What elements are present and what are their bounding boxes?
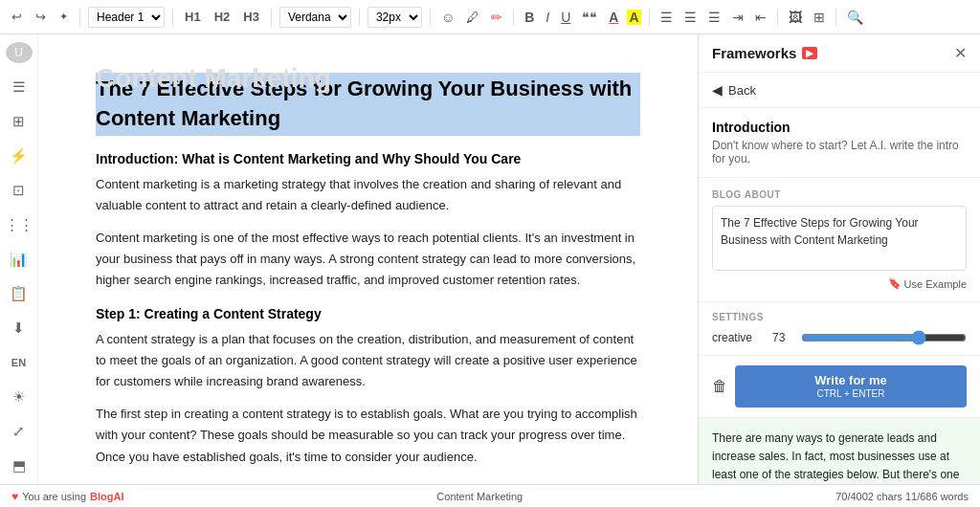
statusbar-right: 70/4002 chars 11/686 words <box>835 491 969 502</box>
back-label: Back <box>728 83 756 98</box>
panel-title-text: Frameworks <box>712 45 796 61</box>
font-select[interactable]: Verdana <box>279 7 351 28</box>
doc-para1: Content marketing is a marketing strateg… <box>96 174 640 216</box>
panel-body: ◀ Back Introduction Don't know where to … <box>699 73 980 484</box>
ai-icon: ✦ <box>59 11 68 23</box>
trash-button[interactable]: 🗑 <box>712 378 727 395</box>
document-area: Content Marketing The 7 Effective Steps … <box>38 34 698 484</box>
sidebar-lang-icon[interactable]: EN <box>6 352 33 373</box>
use-example-button[interactable]: 🔖 Use Example <box>888 277 967 290</box>
size-select[interactable]: 32px <box>368 7 422 28</box>
avatar[interactable]: U <box>6 42 33 63</box>
generated-card-1: There are many ways to generate leads an… <box>699 418 980 484</box>
quote-icon[interactable]: ❝❝ <box>579 8 600 27</box>
sidebar-download-icon[interactable]: ⬇ <box>6 318 33 339</box>
creative-label: creative <box>712 331 765 344</box>
gen-card-1-text: There are many ways to generate leads an… <box>712 430 967 484</box>
left-sidebar: U ☰ ⊞ ⚡ ⊡ ⋮⋮ 📊 📋 ⬇ EN ☀ ⤢ ⬒ <box>0 34 38 484</box>
write-for-me-button[interactable]: Write for me CTRL + ENTER <box>735 365 967 408</box>
statusbar-center: Content Marketing <box>436 491 523 502</box>
creative-row: creative 73 <box>712 330 967 345</box>
list-ol-icon[interactable]: ☰ <box>657 8 676 27</box>
indent-icon[interactable]: ⇥ <box>729 8 746 27</box>
doc-para3: A content strategy is a plan that focuse… <box>96 329 640 392</box>
sep3 <box>271 9 272 26</box>
sep9 <box>835 9 836 26</box>
outdent-icon[interactable]: ⇤ <box>752 8 769 27</box>
italic-icon[interactable]: I <box>543 8 552 27</box>
doc-para4: The first step in creating a content str… <box>96 404 640 467</box>
sep4 <box>359 9 360 26</box>
heart-icon: ♥ <box>11 490 18 503</box>
blog-about-textarea[interactable] <box>712 206 967 271</box>
search-icon[interactable]: 🔍 <box>844 8 866 27</box>
sidebar-doc-icon[interactable]: 📋 <box>6 283 33 304</box>
sep2 <box>172 9 173 26</box>
using-text: You are using <box>22 491 86 502</box>
sidebar-expand-icon[interactable]: ⤢ <box>6 421 33 442</box>
doc-watermark: Content Marketing <box>96 63 331 94</box>
undo-button[interactable]: ↩ <box>8 8 26 26</box>
h3-button[interactable]: H3 <box>239 8 263 26</box>
table-icon[interactable]: ⊞ <box>811 8 828 27</box>
sep7 <box>649 9 650 26</box>
section-desc: Don't know where to start? Let A.I. writ… <box>712 139 967 165</box>
sep6 <box>513 9 514 26</box>
image-icon[interactable]: 🖼 <box>786 8 805 27</box>
blog-about-box: BLOG ABOUT 🔖 Use Example <box>699 178 980 302</box>
blogai-brand[interactable]: BlogAI <box>90 491 123 502</box>
bookmark-icon: 🔖 <box>888 277 902 290</box>
creative-slider[interactable] <box>801 330 967 345</box>
back-arrow-icon: ◀ <box>712 82 723 98</box>
style-select[interactable]: Header 1 <box>88 7 165 28</box>
redo-button[interactable]: ↪ <box>32 8 50 26</box>
panel-close-button[interactable]: ✕ <box>954 44 967 62</box>
sidebar-chart-icon[interactable]: 📊 <box>6 249 33 270</box>
emoji-icon[interactable]: ☺ <box>438 8 457 27</box>
sidebar-lightning-icon[interactable]: ⚡ <box>6 145 33 166</box>
statusbar-left: ♥ You are using BlogAI <box>11 490 123 503</box>
main-area: U ☰ ⊞ ⚡ ⊡ ⋮⋮ 📊 📋 ⬇ EN ☀ ⤢ ⬒ Content Mark… <box>0 34 980 484</box>
sidebar-layout-icon[interactable]: ⬒ <box>6 455 33 476</box>
sidebar-layers-icon[interactable]: ⊡ <box>6 180 33 201</box>
sidebar-grid-icon[interactable]: ⊞ <box>6 111 33 132</box>
list-ul-icon[interactable]: ☰ <box>681 8 700 27</box>
sep1 <box>79 9 80 26</box>
panel-header: Frameworks ▶ ✕ <box>699 34 980 73</box>
right-panel: Frameworks ▶ ✕ ◀ Back Introduction Don't… <box>698 34 980 484</box>
settings-section: SETTINGS creative 73 <box>699 302 980 356</box>
sidebar-menu-icon[interactable]: ☰ <box>6 77 33 98</box>
h1-button[interactable]: H1 <box>181 8 205 26</box>
ai-button[interactable]: ✦ <box>56 9 72 25</box>
write-btn-shortcut: CTRL + ENTER <box>745 388 957 400</box>
panel-title: Frameworks ▶ <box>712 45 817 61</box>
write-row: 🗑 Write for me CTRL + ENTER <box>699 356 980 418</box>
h2-button[interactable]: H2 <box>211 8 234 26</box>
underline-icon[interactable]: U <box>558 8 573 27</box>
panel-title-icon: ▶ <box>802 47 817 59</box>
format-icon[interactable]: 🖊 <box>463 8 482 27</box>
sep5 <box>430 9 431 26</box>
toolbar: ↩ ↪ ✦ Header 1 H1 H2 H3 Verdana 32px ☺ 🖊… <box>0 0 980 34</box>
bold-icon[interactable]: B <box>522 8 537 27</box>
introduction-section: Introduction Don't know where to start? … <box>699 108 980 178</box>
panel-back-button[interactable]: ◀ Back <box>699 73 980 108</box>
font-color-icon[interactable]: A <box>606 8 621 27</box>
use-example-row: 🔖 Use Example <box>712 277 967 290</box>
statusbar: ♥ You are using BlogAI Content Marketing… <box>0 484 980 507</box>
doc-subheading1[interactable]: Introduction: What is Content Marketing … <box>96 151 640 166</box>
doc-para2: Content marketing is one of the most eff… <box>96 228 640 291</box>
blog-about-label: BLOG ABOUT <box>712 189 967 200</box>
section-title: Introduction <box>712 120 967 135</box>
pen-icon[interactable]: ✏ <box>488 8 505 27</box>
sidebar-dots-icon[interactable]: ⋮⋮ <box>6 214 33 235</box>
creative-value: 73 <box>772 331 793 344</box>
sidebar-theme-icon[interactable]: ☀ <box>6 386 33 408</box>
use-example-label: Use Example <box>904 278 967 290</box>
highlight-icon[interactable]: A <box>627 10 640 25</box>
settings-label: SETTINGS <box>712 312 967 322</box>
sep8 <box>777 9 778 26</box>
write-btn-label: Write for me <box>745 373 957 388</box>
doc-subheading2[interactable]: Step 1: Creating a Content Strategy <box>96 306 640 321</box>
align-icon[interactable]: ☰ <box>705 8 724 27</box>
